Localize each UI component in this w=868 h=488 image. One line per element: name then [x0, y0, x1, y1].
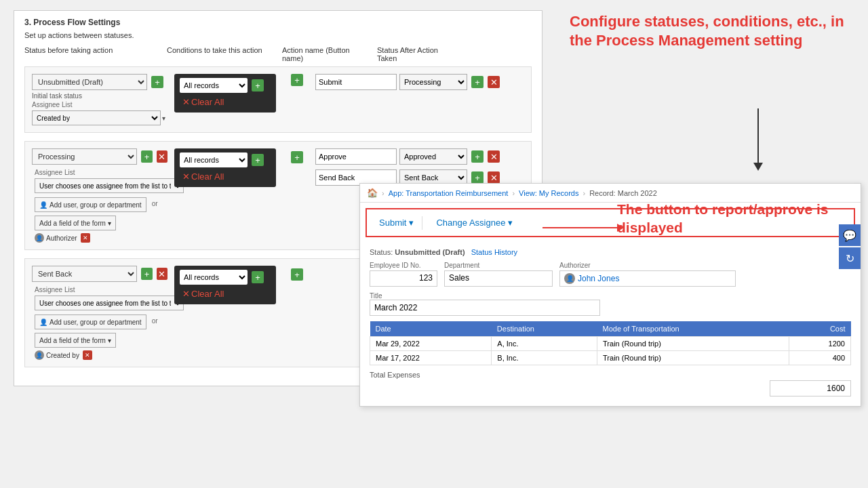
- refresh-btn[interactable]: ↻: [839, 247, 861, 269]
- conditions-col-3: All records + ✕ Clear All: [174, 266, 283, 304]
- col-conditions-header: Conditions to take this action: [167, 46, 275, 62]
- submit-button[interactable]: Submit ▾: [374, 215, 419, 230]
- down-arrow-head: [753, 163, 763, 171]
- conditions-col-1: All records + ✕ Clear All: [174, 74, 283, 113]
- authorizer-name[interactable]: John Jones: [578, 274, 619, 283]
- add-action-btn-2-2[interactable]: +: [471, 171, 484, 184]
- department-group: Department Sales: [444, 262, 553, 287]
- add-cond-btn-3[interactable]: +: [252, 271, 264, 283]
- change-assignee-chevron: ▾: [508, 218, 513, 228]
- th-cost: Cost: [789, 321, 851, 337]
- add-cond-outer-btn-2[interactable]: +: [291, 151, 303, 163]
- row-actions-1: Processing + ✕: [315, 74, 500, 92]
- conditions-col-2: All records + ✕ Clear All: [174, 148, 283, 187]
- cond-select-2[interactable]: All records: [180, 152, 248, 167]
- status-history-link[interactable]: Status History: [471, 248, 517, 256]
- btn-separator: [422, 216, 422, 230]
- remove-action-btn-2-2[interactable]: ✕: [488, 171, 500, 184]
- add-status-btn-2[interactable]: +: [141, 150, 152, 163]
- breadcrumb-app[interactable]: App: Transportation Reimbursement: [389, 189, 509, 197]
- remove-assignee-btn-3[interactable]: ✕: [83, 350, 92, 360]
- panel-title: 3. Process Flow Settings: [24, 18, 532, 27]
- authorizer-field: 👤 John Jones: [559, 270, 736, 287]
- cond-select-1[interactable]: All records: [180, 78, 248, 93]
- title-group: Title March 2022: [370, 292, 851, 316]
- user-icon-2: 👤: [39, 201, 47, 209]
- submit-chevron: ▾: [409, 218, 414, 228]
- conditions-box-2: All records + ✕ Clear All: [174, 148, 276, 187]
- status-after-select-1-1[interactable]: Processing: [399, 74, 467, 90]
- add-field-btn-2[interactable]: Add a field of the form ▾: [35, 216, 116, 230]
- action-pair-2-1: Approved + ✕: [315, 148, 500, 165]
- add-status-btn-3[interactable]: +: [141, 268, 152, 280]
- remove-status-btn-2[interactable]: ✕: [157, 150, 167, 163]
- configure-annotation: Configure statuses, conditions, etc., in…: [570, 12, 854, 49]
- row-actions-2: Approved + ✕ Sent Back + ✕: [315, 148, 500, 188]
- th-date: Date: [370, 321, 492, 337]
- add-user-btn-3[interactable]: 👤 Add user, group or department: [35, 314, 146, 329]
- home-icon[interactable]: 🏠: [367, 188, 378, 198]
- assignee-label-1: Assignee List: [32, 101, 167, 108]
- conditions-plus-area-3: +: [290, 266, 303, 281]
- add-action-btn-1-1[interactable]: +: [471, 76, 484, 88]
- down-arrow: [753, 108, 763, 171]
- assignee-icon-2: 👤: [35, 233, 44, 243]
- remove-action-btn-1-1[interactable]: ✕: [488, 76, 500, 88]
- assignee-select-3[interactable]: User chooses one assignee from the list …: [35, 296, 184, 310]
- action-name-input-2-1[interactable]: [315, 148, 397, 165]
- add-cond-btn-2[interactable]: +: [252, 154, 264, 166]
- add-cond-outer-btn-1[interactable]: +: [291, 74, 303, 86]
- red-arrow-right: [542, 224, 624, 232]
- remove-status-btn-3[interactable]: ✕: [157, 268, 167, 280]
- cell-dest-1: B, Inc.: [492, 351, 597, 365]
- breadcrumb-view[interactable]: View: My Records: [519, 189, 578, 197]
- sep-2: ›: [512, 189, 515, 197]
- assignee-select-1[interactable]: Created by: [32, 110, 161, 125]
- cell-date-0: Mar 29, 2022: [370, 337, 492, 351]
- status-col-3: Sent Back + ✕ Assignee List User chooses…: [32, 266, 167, 360]
- total-value: 1600: [770, 380, 851, 396]
- arrow-line: [542, 227, 617, 228]
- add-status-btn-1[interactable]: +: [151, 76, 163, 88]
- status-col-1: Unsubmitted (Draft) + Initial task statu…: [32, 74, 167, 125]
- clear-all-btn-1[interactable]: ✕ Clear All: [180, 96, 226, 108]
- assignee-icon-3: 👤: [35, 350, 44, 360]
- add-action-btn-2-1[interactable]: +: [471, 150, 484, 163]
- clear-all-btn-3[interactable]: ✕ Clear All: [180, 287, 226, 300]
- conditions-box-1: All records + ✕ Clear All: [174, 74, 276, 113]
- or-text-3: or: [152, 317, 158, 325]
- total-row: Total Expenses 1600: [370, 371, 851, 396]
- conditions-box-3: All records + ✕ Clear All: [174, 266, 276, 304]
- sep-3: ›: [583, 189, 585, 197]
- cond-row-1: All records +: [180, 78, 271, 93]
- down-arrow-line: [757, 108, 759, 163]
- expenses-table: Date Destination Mode of Transportation …: [370, 321, 851, 365]
- assignee-label-3: Assignee List: [35, 286, 167, 293]
- action-name-input-1-1[interactable]: [315, 74, 397, 90]
- cell-cost-0: 1200: [789, 337, 851, 351]
- cond-select-3[interactable]: All records: [180, 270, 248, 285]
- status-after-select-2-1[interactable]: Approved: [399, 148, 467, 165]
- cell-mode-0: Train (Round trip): [597, 337, 789, 351]
- conditions-plus-area-1: +: [290, 74, 303, 86]
- status-col-2: Processing + ✕ Assignee List User choose…: [32, 148, 167, 243]
- authorizer-group: Authorizer 👤 John Jones: [559, 262, 736, 287]
- title-label: Title: [370, 292, 851, 300]
- clear-all-btn-2[interactable]: ✕ Clear All: [180, 170, 226, 183]
- remove-action-btn-2-1[interactable]: ✕: [488, 150, 500, 163]
- cell-dest-0: A, Inc.: [492, 337, 597, 351]
- add-user-btn-2[interactable]: 👤 Add user, group or department: [35, 197, 146, 212]
- assignee-select-2[interactable]: User chooses one assignee from the list …: [35, 178, 184, 193]
- record-content: Status: Unsubmitted (Draft) Status Histo…: [360, 243, 861, 406]
- remove-assignee-btn-2[interactable]: ✕: [81, 233, 90, 243]
- status-select-2[interactable]: Processing: [32, 148, 137, 165]
- change-assignee-button[interactable]: Change Assignee ▾: [431, 215, 518, 230]
- add-cond-outer-btn-3[interactable]: +: [291, 268, 303, 281]
- button-annotation: The button to report/approve is displaye…: [617, 200, 848, 237]
- status-select-3[interactable]: Sent Back: [32, 266, 137, 282]
- conditions-plus-area-2: +: [290, 148, 303, 163]
- col-status-after-header: Status After Action Taken: [377, 46, 452, 62]
- add-cond-btn-1[interactable]: +: [252, 79, 264, 92]
- add-field-btn-3[interactable]: Add a field of the form ▾: [35, 333, 116, 348]
- status-select-1[interactable]: Unsubmitted (Draft): [32, 74, 147, 90]
